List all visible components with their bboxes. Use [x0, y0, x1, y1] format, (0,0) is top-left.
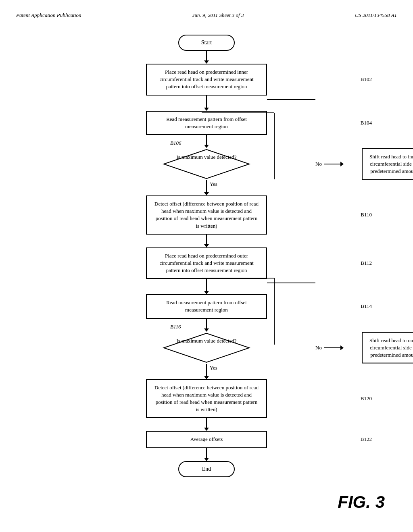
b106-diamond-svg: Is maximum value detected?	[162, 148, 251, 180]
arrow-b112-b114-area	[146, 279, 267, 294]
b104-box: Read measurement pattern from offset mea…	[146, 111, 267, 135]
b110-label: B110	[361, 212, 372, 218]
arrow-head-right-b116	[340, 345, 344, 350]
b106-no-label: No	[315, 161, 322, 167]
b108-area: B108 Shift read head to inner circumfere…	[362, 148, 413, 180]
page-header: Patent Application Publication Jun. 9, 2…	[16, 12, 397, 19]
h-line-no-b116	[324, 347, 340, 348]
b122-label: B122	[361, 436, 372, 443]
header-left: Patent Application Publication	[16, 12, 81, 19]
b122-box: Average offsets	[146, 431, 267, 448]
b120-label: B120	[361, 395, 372, 402]
arrow-b102-b104-area	[146, 96, 267, 111]
b118-box: Shift read head to outer circumferential…	[362, 332, 413, 364]
b116-no-label: No	[315, 345, 322, 351]
yes-branch-b106: Yes	[204, 180, 209, 195]
start-node: Start	[178, 35, 235, 51]
arr-b114	[204, 287, 209, 294]
b108-box: Shift read head to inner circumferential…	[362, 148, 413, 180]
arrow-head-right-b106	[340, 162, 344, 166]
b120-row: Detect offset (difference between positi…	[65, 379, 348, 418]
arrow-b122-end	[204, 448, 209, 461]
b112-label: B112	[361, 260, 372, 266]
b106-diamond-wrap: B106 Is maximum value detected?	[162, 148, 251, 180]
b110-row: Detect offset (difference between positi…	[65, 195, 348, 235]
fig-label: FIG. 3	[338, 493, 385, 512]
flow-column: Start Place read head on predetermined i…	[65, 35, 348, 477]
arrow-b104-b106	[204, 135, 209, 148]
b102-row: Place read head on predetermined inner c…	[65, 64, 348, 96]
end-node: End	[178, 461, 235, 477]
b106-row: B106 Is maximum value detected? No	[65, 148, 348, 180]
page: Patent Application Publication Jun. 9, 2…	[0, 0, 413, 532]
arr-b110	[204, 180, 209, 195]
arrow-start-b102	[204, 51, 209, 64]
b122-row: Average offsets B122	[65, 431, 348, 448]
b106-yes-label: Yes	[210, 181, 217, 187]
no-branch-b116: No	[315, 345, 344, 351]
b116-text: Is maximum value detected?	[174, 338, 239, 345]
b114-box: Read measurement pattern from offset mea…	[146, 294, 267, 318]
yes-branch-b116: Yes	[204, 364, 209, 379]
arr-b120	[204, 364, 209, 379]
flowchart-container: Start Place read head on predetermined i…	[65, 35, 348, 477]
b112-row: Place read head on predetermined outer c…	[65, 247, 348, 279]
no-branch-b106: No	[315, 161, 344, 167]
b116-label-pos: B116	[170, 324, 181, 330]
b106-label: B106	[170, 140, 181, 146]
header-center: Jun. 9, 2011 Sheet 3 of 3	[192, 12, 244, 19]
b116-row: B116 Is maximum value detected? No	[65, 332, 348, 364]
b110-box: Detect offset (difference between positi…	[146, 195, 267, 235]
b106-text: Is maximum value detected?	[174, 154, 239, 161]
arrow-b110-b112	[204, 235, 209, 247]
arrow-b120-b122	[204, 418, 209, 431]
b102-box: Place read head on predetermined inner c…	[146, 64, 267, 96]
b120-box: Detect offset (difference between positi…	[146, 379, 267, 418]
h-line-no	[324, 164, 340, 164]
b104-row: Read measurement pattern from offset mea…	[65, 111, 348, 135]
b112-box: Place read head on predetermined outer c…	[146, 247, 267, 279]
b104-label: B104	[361, 120, 372, 126]
arr-b104	[204, 104, 209, 111]
b114-row: Read measurement pattern from offset mea…	[65, 294, 348, 318]
b114-label: B114	[361, 303, 372, 310]
b116-label: B116	[170, 324, 181, 330]
b116-diamond-svg: Is maximum value detected?	[162, 332, 251, 364]
header-right: US 2011/134558 A1	[355, 12, 397, 19]
arrow-b114-b116	[204, 319, 209, 332]
b102-label: B102	[361, 76, 372, 83]
b116-yes-label: Yes	[210, 365, 217, 371]
b118-area: B118 Shift read head to outer circumfere…	[362, 332, 413, 364]
b116-diamond-wrap: B116 Is maximum value detected?	[162, 332, 251, 364]
